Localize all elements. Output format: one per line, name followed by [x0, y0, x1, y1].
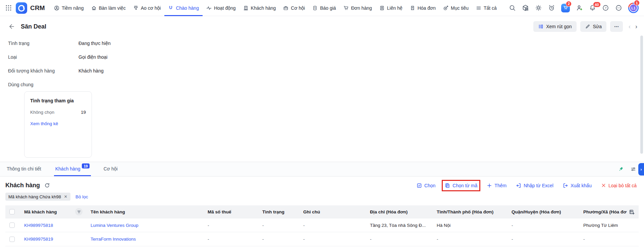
search-icon[interactable] — [509, 4, 516, 11]
nav-item-ao-co-hoi[interactable]: Ao cơ hội — [129, 0, 165, 16]
tab-co-hoi[interactable]: Cơ hội — [102, 162, 119, 176]
column-header-label: Địa chỉ (Hóa đơn) — [370, 209, 408, 214]
nav-item-label: Liên hệ — [387, 5, 402, 11]
nav-item-bao-gia[interactable]: $Báo giá — [309, 0, 339, 16]
nav-item-label: Tất cả — [484, 5, 497, 11]
next-record-arrow[interactable]: › — [635, 23, 637, 30]
customer-name-link[interactable]: Lumina Ventures Group — [91, 223, 139, 228]
column-header-ghi-chu: Ghi chú — [299, 205, 366, 218]
apps-grid-icon[interactable] — [5, 5, 12, 11]
tab-khach-hang[interactable]: Khách hàng19 — [54, 162, 91, 176]
column-filter-icon[interactable] — [75, 208, 83, 215]
column-header-tinh-trang: Tình trạng — [258, 205, 299, 218]
nav-item-co-hoi[interactable]: Cơ hội — [279, 0, 309, 16]
view-statistics-link[interactable]: Xem thống kê — [30, 121, 86, 126]
action-label: Loại bỏ tất cả — [608, 183, 637, 188]
column-header-quan-huyen-hoa-on: Quận/Huyện (Hóa đơn) — [507, 205, 579, 218]
filter-chip[interactable]: Mã khách hàng Chứa kh98 ✕ — [5, 193, 70, 201]
vertical-scrollbar[interactable] — [640, 36, 643, 154]
user-avatar[interactable]: L11 — [628, 3, 639, 13]
back-arrow-icon[interactable] — [8, 23, 15, 30]
nav-item-chao-hang[interactable]: Chào hàng — [164, 0, 203, 16]
package-search-icon[interactable] — [522, 4, 529, 11]
column-header-ma-so-thue: Mã số thuế — [204, 205, 258, 218]
customer-table: Mã khách hàngTên khách hàngMã số thuếTìn… — [5, 205, 639, 246]
store-cart-icon[interactable]: 2 — [561, 4, 570, 12]
reminder-clock-icon[interactable] — [548, 4, 555, 11]
crm-logo[interactable] — [16, 2, 27, 14]
settings-gear-icon[interactable] — [535, 4, 542, 11]
action-them[interactable]: Thêm — [487, 183, 506, 188]
detail-field-loai: LoạiGọi điện thoại — [8, 54, 644, 60]
nav-item-label: Hóa đơn — [418, 5, 436, 11]
nav-item-label: Cơ hội — [291, 5, 305, 11]
pin-icon[interactable] — [618, 166, 624, 172]
nav-item-label: Mục tiêu — [451, 5, 469, 11]
svg-text:?: ? — [605, 6, 606, 10]
refresh-icon[interactable] — [44, 183, 50, 188]
top-navigation-bar: CRM Tiềm năngBàn làm việcAo cơ hộiChào h… — [0, 0, 644, 16]
detail-field-oi-tuong-khach-hang: Đối tượng khách hàngKhách hàng — [8, 68, 644, 73]
nav-item-label: Báo giá — [320, 5, 336, 11]
tab-label: Khách hàng — [55, 166, 80, 171]
svg-text:$: $ — [314, 7, 316, 9]
column-header-label: Tên khách hàng — [91, 209, 125, 214]
action-chon[interactable]: Chọn — [417, 183, 435, 188]
column-header-label: Phường/Xã (Hóa đơ — [583, 209, 627, 214]
nav-item-khach-hang[interactable]: Khách hàng — [239, 0, 280, 16]
nav-item-muc-tieu[interactable]: Mục tiêu — [439, 0, 472, 16]
customer-name-link[interactable]: TerraForm Innovations — [91, 237, 136, 242]
nav-item-hoa-on[interactable]: Hóa đơn — [406, 0, 439, 16]
nav-item-tat-ca[interactable]: Tất cả — [472, 0, 500, 16]
record-pager: ‹ › — [629, 23, 637, 30]
action-chon-tu-ma[interactable]: Chọn từ mã — [445, 183, 477, 188]
action-loai-bo-tat-ca[interactable]: Loại bỏ tất cả — [601, 183, 637, 188]
customer-code-link[interactable]: KH989975819 — [24, 237, 53, 242]
stat-row-value: 19 — [81, 110, 86, 115]
nav-item-ban-lam-viec[interactable]: Bàn làm việc — [88, 0, 129, 16]
row-checkbox[interactable] — [9, 222, 15, 228]
nav-item-hoat-ong[interactable]: Hoạt động — [203, 0, 239, 16]
action-label: Chọn — [424, 183, 435, 188]
filter-sliders-icon[interactable] — [631, 166, 636, 172]
more-actions-button[interactable]: ⋯ — [610, 21, 623, 32]
nav-item-lien-he[interactable]: Liên hệ — [376, 0, 406, 16]
customer-code-link[interactable]: KH989975818 — [24, 223, 53, 228]
briefcase-icon — [283, 5, 288, 11]
notifications-bell-icon[interactable]: 40 — [589, 4, 596, 11]
nav-item-on-hang[interactable]: Đơn hàng — [340, 0, 376, 16]
table-row: KH989975818Lumina Ventures Group---Tầng … — [5, 218, 639, 232]
compact-list-icon — [538, 24, 543, 29]
target-dart-icon — [443, 5, 448, 11]
lead-person-icon — [54, 5, 59, 11]
add-user-icon[interactable] — [576, 4, 583, 11]
select-all-checkbox[interactable] — [9, 209, 15, 214]
check-square-icon — [417, 183, 422, 188]
table-cell: Phường Từ Liêm — [579, 218, 639, 232]
column-header-tinh-thanh-pho-hoa-on: Tỉnh/Thành phố (Hóa đơn) — [433, 205, 507, 218]
action-xuat-khau[interactable]: Xuất khẩu — [563, 183, 592, 188]
column-header-ten-khach-hang: Tên khách hàng — [87, 205, 204, 218]
column-header-ma-khach-hang: Mã khách hàng — [20, 205, 87, 218]
row-checkbox[interactable] — [9, 237, 15, 242]
magnet-icon — [168, 5, 173, 11]
action-nhap-tu-excel[interactable]: Nhập từ Excel — [516, 183, 553, 188]
expand-panel-tab[interactable]: › — [638, 163, 644, 176]
page-title: Săn Deal — [21, 23, 46, 30]
collapse-view-button[interactable]: Xem rút gọn — [533, 21, 576, 32]
nav-item-tiem-nang[interactable]: Tiềm năng — [50, 0, 88, 16]
prev-record-arrow[interactable]: ‹ — [629, 23, 631, 30]
chip-close-icon[interactable]: ✕ — [64, 194, 67, 199]
nav-item-label: Ao cơ hội — [141, 5, 161, 11]
help-icon[interactable]: ? — [602, 4, 609, 11]
more-circle-icon[interactable] — [615, 4, 622, 11]
stat-card-title: Tình trạng tham gia — [30, 98, 86, 103]
invoice-icon — [410, 5, 415, 11]
table-header-row: Mã khách hàngTên khách hàngMã số thuếTìn… — [5, 205, 639, 218]
edit-button[interactable]: Sửa — [580, 21, 607, 32]
add-column-icon[interactable] — [629, 209, 635, 215]
filter-row: Mã khách hàng Chứa kh98 ✕ Bỏ lọc — [0, 189, 644, 204]
clear-filter-link[interactable]: Bỏ lọc — [75, 194, 88, 199]
table-cell: - — [507, 232, 579, 246]
tab-thong-tin-chi-tiet[interactable]: Thông tin chi tiết — [5, 162, 43, 176]
